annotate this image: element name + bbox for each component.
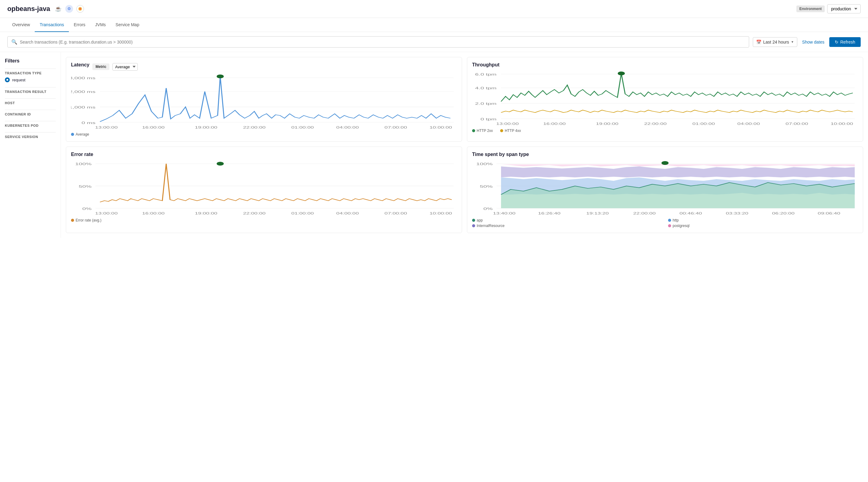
search-box[interactable]: 🔍 bbox=[7, 36, 749, 47]
refresh-icon: ↻ bbox=[835, 40, 838, 44]
apm-icon bbox=[76, 5, 85, 13]
svg-text:50%: 50% bbox=[480, 185, 493, 189]
time-spent-title: Time spent by span type bbox=[472, 152, 529, 157]
filters-title: Filters bbox=[5, 58, 56, 64]
svg-text:22:00:00: 22:00:00 bbox=[644, 122, 666, 125]
main-content: Filters TRANSACTION TYPE request TRANSAC… bbox=[0, 52, 868, 238]
svg-text:22:00:00: 22:00:00 bbox=[633, 212, 656, 215]
main-nav: Overview Transactions Errors JVMs Servic… bbox=[0, 18, 868, 32]
legend-app: app bbox=[472, 218, 662, 222]
legend-label-postgresql: postgresql bbox=[673, 224, 689, 228]
legend-dot-http4xx bbox=[500, 129, 503, 132]
svg-text:19:00:00: 19:00:00 bbox=[195, 212, 217, 215]
legend-label-http2xx: HTTP 2xx bbox=[477, 129, 493, 133]
svg-text:16:26:40: 16:26:40 bbox=[538, 212, 560, 215]
svg-text:10:00:00: 10:00:00 bbox=[429, 126, 452, 129]
env-select[interactable]: production bbox=[827, 4, 861, 13]
svg-text:13:00:00: 13:00:00 bbox=[95, 126, 118, 129]
filter-host: HOST bbox=[5, 98, 56, 106]
legend-label-average: Average bbox=[75, 132, 89, 136]
legend-dot-error-rate bbox=[71, 219, 74, 222]
filter-container-id: CONTAINER ID bbox=[5, 110, 56, 117]
throughput-legend: HTTP 2xx HTTP 4xx bbox=[472, 129, 858, 133]
latency-title: Latency bbox=[71, 62, 89, 68]
svg-text:0 tpm: 0 tpm bbox=[480, 117, 496, 121]
sidebar: Filters TRANSACTION TYPE request TRANSAC… bbox=[0, 52, 61, 238]
svg-text:00:46:40: 00:46:40 bbox=[679, 212, 702, 215]
env-label: Environment bbox=[796, 5, 825, 12]
latency-legend: Average bbox=[71, 132, 457, 136]
svg-text:13:00:00: 13:00:00 bbox=[95, 212, 118, 215]
time-spent-chart-card: Time spent by span type 100% 50% 0% bbox=[467, 147, 863, 233]
legend-average: Average bbox=[71, 132, 89, 136]
legend-label-internal-resource: InternalResource bbox=[477, 224, 504, 228]
svg-text:0 ms: 0 ms bbox=[82, 121, 95, 125]
svg-text:0%: 0% bbox=[484, 207, 493, 211]
svg-text:04:00:00: 04:00:00 bbox=[336, 212, 359, 215]
nav-jvms[interactable]: JVMs bbox=[90, 18, 111, 32]
svg-point-66 bbox=[662, 161, 668, 164]
throughput-chart-area: 6.0 tpm 4.0 tpm 2.0 tpm 0 tpm bbox=[472, 71, 858, 126]
nav-errors[interactable]: Errors bbox=[69, 18, 90, 32]
legend-dot-postgresql bbox=[668, 224, 671, 227]
svg-text:04:00:00: 04:00:00 bbox=[737, 122, 760, 125]
svg-text:13:00:00: 13:00:00 bbox=[496, 122, 519, 125]
search-icon: 🔍 bbox=[11, 39, 18, 45]
svg-text:07:00:00: 07:00:00 bbox=[384, 212, 407, 215]
throughput-title: Throughput bbox=[472, 62, 499, 67]
svg-text:50%: 50% bbox=[79, 185, 91, 189]
legend-http: http bbox=[668, 218, 858, 222]
legend-internal-resource: InternalResource bbox=[472, 224, 662, 228]
filter-option-request[interactable]: request bbox=[5, 76, 56, 84]
metric-badge: Metric bbox=[92, 63, 109, 70]
radio-dot bbox=[5, 77, 10, 82]
svg-text:22:00:00: 22:00:00 bbox=[243, 212, 266, 215]
svg-text:01:00:00: 01:00:00 bbox=[291, 212, 314, 215]
svg-text:19:00:00: 19:00:00 bbox=[195, 126, 217, 129]
error-rate-chart-card: Error rate 100% 50% 0% bbox=[66, 147, 462, 233]
svg-text:1,000 ms: 1,000 ms bbox=[71, 106, 95, 110]
time-picker[interactable]: 📅 Last 24 hours ▼ bbox=[753, 37, 797, 47]
time-spent-legend: app http InternalResource postgresql bbox=[472, 218, 858, 228]
svg-text:16:00:00: 16:00:00 bbox=[142, 126, 164, 129]
refresh-button[interactable]: ↻ Refresh bbox=[829, 37, 861, 47]
chevron-down-icon: ▼ bbox=[791, 40, 794, 43]
java-icon: ☕ bbox=[54, 5, 62, 13]
svg-text:10:00:00: 10:00:00 bbox=[429, 212, 452, 215]
metric-select[interactable]: Average bbox=[113, 63, 138, 71]
error-rate-chart-area: 100% 50% 0% 13:00:00 16:00:00 19:00:00 bbox=[71, 160, 457, 215]
error-rate-legend: Error rate (avg.) bbox=[71, 218, 457, 222]
svg-text:2.0 tpm: 2.0 tpm bbox=[475, 102, 496, 106]
filter-service-version: SERVICE VERSION bbox=[5, 132, 56, 140]
time-section: 📅 Last 24 hours ▼ Show dates ↻ Refresh bbox=[753, 37, 861, 47]
svg-marker-62 bbox=[501, 164, 855, 167]
env-section: Environment production bbox=[796, 4, 861, 13]
legend-label-app: app bbox=[477, 218, 483, 222]
error-rate-title: Error rate bbox=[71, 152, 93, 157]
filter-transaction-result: TRANSACTION RESULT bbox=[5, 87, 56, 95]
svg-text:3,000 ms: 3,000 ms bbox=[71, 76, 95, 80]
filter-label-container-id: CONTAINER ID bbox=[5, 110, 56, 117]
nav-transactions[interactable]: Transactions bbox=[35, 18, 69, 32]
svg-text:16:00:00: 16:00:00 bbox=[142, 212, 164, 215]
filter-label-transaction-type: TRANSACTION TYPE bbox=[5, 69, 56, 76]
legend-dot-average bbox=[71, 133, 74, 136]
svg-text:07:00:00: 07:00:00 bbox=[786, 122, 808, 125]
filter-value-request: request bbox=[12, 78, 25, 82]
throughput-chart-card: Throughput 6.0 tpm 4.0 tpm 2.0 tpm 0 tpm bbox=[467, 57, 863, 142]
toolbar: 🔍 📅 Last 24 hours ▼ Show dates ↻ Refresh bbox=[0, 32, 868, 52]
svg-text:100%: 100% bbox=[75, 162, 92, 166]
time-spent-chart-area: 100% 50% 0% bbox=[472, 160, 858, 215]
nav-overview[interactable]: Overview bbox=[7, 18, 35, 32]
svg-text:01:00:00: 01:00:00 bbox=[291, 126, 314, 129]
show-dates-button[interactable]: Show dates bbox=[800, 37, 827, 46]
calendar-icon: 📅 bbox=[756, 40, 761, 44]
svg-text:22:00:00: 22:00:00 bbox=[243, 126, 266, 129]
search-input[interactable] bbox=[20, 40, 745, 44]
nav-service-map[interactable]: Service Map bbox=[111, 18, 144, 32]
svg-text:6.0 tpm: 6.0 tpm bbox=[475, 72, 496, 76]
legend-dot-app bbox=[472, 219, 475, 222]
svg-point-47 bbox=[217, 162, 223, 165]
svg-point-14 bbox=[217, 75, 223, 78]
svg-text:16:00:00: 16:00:00 bbox=[543, 122, 566, 125]
